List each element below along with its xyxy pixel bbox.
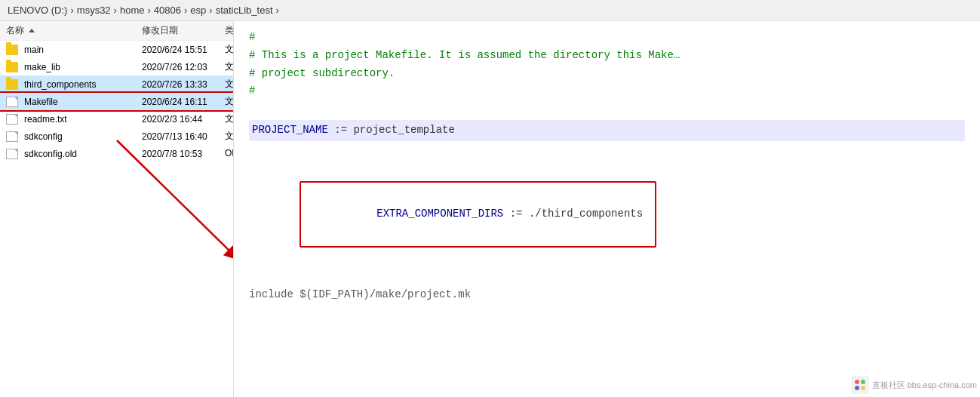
svg-point-6 bbox=[861, 386, 865, 390]
extra-component-dirs-box: EXTRA_COMPONENT_DIRS := ./third_componen… bbox=[300, 181, 656, 247]
file-row-makefile[interactable]: Makefile 2020/6/24 16:11 文件 1 KB bbox=[0, 93, 233, 110]
file-date: 2020/2/3 16:44 bbox=[142, 114, 225, 125]
code-content: # # This is a project Makefile. It is as… bbox=[234, 21, 980, 312]
file-row[interactable]: main 2020/6/24 15:51 文件夹 bbox=[0, 41, 233, 58]
svg-point-3 bbox=[855, 380, 859, 384]
column-header-date: 修改日期 bbox=[142, 24, 225, 37]
file-type: 文件夹 bbox=[225, 60, 233, 73]
folder-icon bbox=[6, 45, 18, 55]
code-varname: PROJECT_NAME bbox=[252, 124, 328, 136]
file-type: 文件夹 bbox=[225, 78, 233, 91]
file-name: make_lib bbox=[6, 62, 142, 72]
file-row-third-components[interactable]: third_components 2020/7/26 13:33 文件夹 bbox=[0, 75, 233, 93]
breadcrumb-sep: › bbox=[70, 5, 73, 16]
breadcrumb-sep: › bbox=[114, 5, 117, 16]
file-row[interactable]: sdkconfig.old 2020/7/8 10:53 OLD 文件 10 K… bbox=[0, 145, 233, 162]
code-panel: # # This is a project Makefile. It is as… bbox=[234, 21, 980, 397]
file-name: main bbox=[6, 45, 142, 55]
code-line-project-name: PROJECT_NAME := project_template bbox=[249, 120, 965, 141]
code-line-empty1 bbox=[249, 100, 965, 118]
breadcrumb-sep: › bbox=[147, 5, 150, 16]
folder-icon bbox=[6, 62, 18, 72]
file-row[interactable]: sdkconfig 2020/7/13 16:40 文件 10 KB bbox=[0, 128, 233, 145]
file-type: 文件夹 bbox=[225, 43, 233, 56]
code-line-comment3: # project subdirectory. bbox=[249, 65, 965, 83]
file-icon bbox=[6, 97, 18, 107]
file-date: 2020/6/24 15:51 bbox=[142, 45, 225, 55]
svg-point-4 bbox=[861, 380, 865, 384]
code-line-include: include $(IDF_PATH)/make/project.mk bbox=[249, 286, 965, 304]
breadcrumb-sep: › bbox=[276, 5, 279, 16]
file-row[interactable]: readme.txt 2020/2/3 16:44 文本文档 2 KB bbox=[0, 110, 233, 128]
sort-arrow-icon bbox=[29, 29, 35, 32]
column-header-name: 名称 bbox=[6, 24, 142, 37]
file-name: readme.txt bbox=[6, 114, 142, 125]
breadcrumb-item[interactable]: LENOVO (D:) bbox=[8, 5, 67, 16]
file-name: third_components bbox=[6, 79, 142, 90]
code-value: project_template bbox=[353, 124, 454, 136]
file-name: sdkconfig.old bbox=[6, 149, 142, 159]
code-value-extra: ./third_components bbox=[529, 208, 643, 220]
breadcrumb-item[interactable]: staticLib_test bbox=[216, 5, 273, 16]
file-type: OLD 文件 bbox=[225, 147, 233, 160]
file-list-header: 名称 修改日期 类型 大小 bbox=[0, 21, 233, 41]
breadcrumb-item[interactable]: 40806 bbox=[154, 5, 181, 16]
breadcrumb: LENOVO (D:) › msys32 › home › 40806 › es… bbox=[0, 0, 980, 21]
file-icon bbox=[6, 149, 18, 159]
file-date: 2020/7/8 10:53 bbox=[142, 149, 225, 159]
file-date: 2020/7/26 12:03 bbox=[142, 62, 225, 72]
file-date: 2020/6/24 16:11 bbox=[142, 97, 225, 107]
logo-svg bbox=[851, 376, 869, 394]
code-line-comment1: # bbox=[249, 29, 965, 47]
breadcrumb-item[interactable]: home bbox=[120, 5, 145, 16]
file-icon bbox=[6, 114, 18, 125]
file-row[interactable]: make_lib 2020/7/26 12:03 文件夹 bbox=[0, 58, 233, 75]
file-type: 文本文档 bbox=[225, 112, 233, 125]
file-icon bbox=[6, 131, 18, 142]
svg-rect-2 bbox=[851, 376, 869, 394]
breadcrumb-sep: › bbox=[209, 5, 212, 16]
breadcrumb-item[interactable]: msys32 bbox=[77, 5, 111, 16]
code-operator: := bbox=[328, 124, 354, 136]
breadcrumb-item[interactable]: esp bbox=[190, 5, 206, 16]
file-explorer-panel: 名称 修改日期 类型 大小 main 2020/6/24 15:51 文件夹 bbox=[0, 21, 234, 397]
file-date: 2020/7/26 13:33 bbox=[142, 79, 225, 90]
file-date: 2020/7/13 16:40 bbox=[142, 131, 225, 142]
watermark-text: 直板社区 bbs.esp-china.com bbox=[872, 380, 977, 391]
file-name: sdkconfig bbox=[6, 131, 142, 142]
code-line-comment2: # This is a project Makefile. It is assu… bbox=[249, 47, 965, 65]
file-type: 文件 bbox=[225, 95, 233, 108]
code-line-extra: EXTRA_COMPONENT_DIRS := ./third_componen… bbox=[249, 161, 965, 269]
file-type: 文件 bbox=[225, 130, 233, 143]
code-operator-extra: := bbox=[503, 208, 529, 220]
file-name: Makefile bbox=[6, 97, 142, 107]
code-line-empty2 bbox=[249, 143, 965, 161]
watermark: 直板社区 bbs.esp-china.com bbox=[851, 376, 977, 394]
folder-icon bbox=[6, 79, 18, 90]
svg-point-5 bbox=[855, 386, 859, 390]
code-line-empty3 bbox=[249, 269, 965, 287]
file-list: main 2020/6/24 15:51 文件夹 make_lib 2020/7… bbox=[0, 41, 233, 397]
code-varname-extra: EXTRA_COMPONENT_DIRS bbox=[376, 208, 503, 220]
code-line-comment4: # bbox=[249, 82, 965, 100]
breadcrumb-sep: › bbox=[184, 5, 187, 16]
